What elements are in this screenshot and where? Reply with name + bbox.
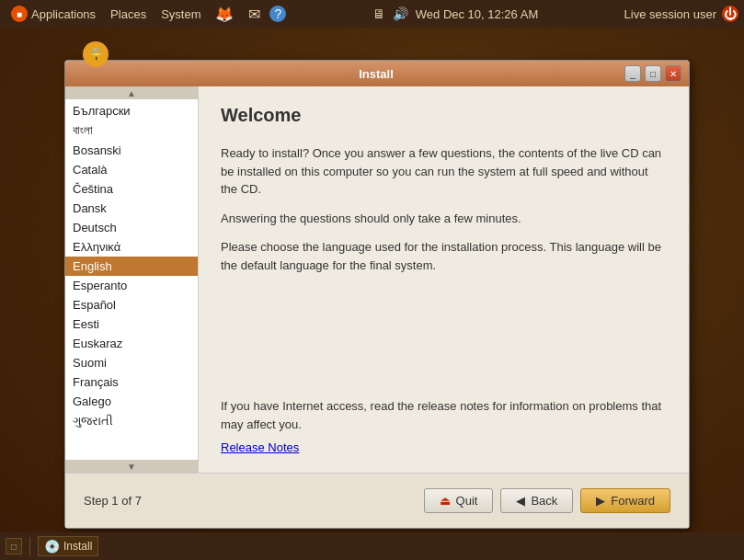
welcome-paragraph-1: Ready to install? Once you answer a few … [221,144,667,199]
language-item[interactable]: Български [65,101,198,120]
language-item[interactable]: ગુજરાતી [65,411,198,431]
step-indicator: Step 1 of 7 [84,494,142,508]
window-title: Install [128,67,624,81]
language-item[interactable]: Galego [65,392,198,411]
language-item[interactable]: Dansk [65,199,198,218]
language-item[interactable]: Bosanski [65,141,198,160]
right-panel: Welcome Ready to install? Once you answe… [199,86,689,473]
language-item[interactable]: Čeština [65,179,198,199]
system-label: System [161,7,200,21]
show-desktop-icon: □ [11,542,17,552]
volume-icon: 🔊 [393,6,408,21]
internet-section: If you have Internet access, read the re… [221,397,667,454]
welcome-paragraph-3: Please choose the language used for the … [221,238,667,274]
close-button[interactable]: ✕ [665,65,681,82]
install-window-label: Install [63,540,92,553]
back-icon: ◀ [516,494,525,508]
back-label: Back [531,494,557,508]
user-label: Live session user [624,7,716,21]
language-item[interactable]: Esperanto [65,276,198,295]
power-icon: ⏻ [722,6,738,22]
taskbar-bottom-icon[interactable]: □ [6,538,22,554]
footer-buttons: ⏏ Quit ◀ Back ▶ Forward [424,488,670,513]
title-buttons: _ □ ✕ [624,65,681,82]
divider [29,537,30,555]
minimize-button[interactable]: _ [624,65,641,82]
quit-icon: ⏏ [440,494,451,508]
forward-button[interactable]: ▶ Forward [580,488,670,513]
desktop: ■ Applications Places System 🦊 ✉ ? 🖥 🔊 W… [0,0,744,560]
language-item[interactable]: English [65,257,198,276]
language-item[interactable]: Ελληνικά [65,237,198,257]
quit-button[interactable]: ⏏ Quit [424,488,494,513]
help-icon[interactable]: ? [269,6,286,22]
language-item[interactable]: Euskaraz [65,334,198,353]
ubuntu-icon: ■ [11,6,28,22]
network-icon: 🖥 [372,6,385,21]
quit-label: Quit [456,494,478,508]
forward-icon: ▶ [596,494,605,508]
taskbar-left: ■ Applications Places System 🦊 ✉ ? [6,4,286,25]
language-item[interactable]: Eesti [65,314,198,334]
places-menu[interactable]: Places [105,6,152,23]
mail-icon[interactable]: ✉ [243,4,266,25]
language-panel: ▲ БългарскиবাংলাBosanskiCatalàČeštinaDan… [65,86,199,473]
language-item[interactable]: Español [65,295,198,314]
language-item[interactable]: Català [65,160,198,179]
install-window-icon: 💿 [44,539,60,554]
language-item[interactable]: বাংলা [65,120,198,141]
welcome-paragraph-2: Answering the questions should only take… [221,210,667,228]
welcome-title: Welcome [221,105,667,126]
title-bar: Install _ □ ✕ [65,61,689,86]
applications-label: Applications [31,7,96,21]
language-item[interactable]: Français [65,372,198,392]
datetime-display: Wed Dec 10, 12:26 AM [416,7,538,21]
window-body: ▲ БългарскиবাংলাBosanskiCatalàČeštinaDan… [65,86,689,528]
taskbar-center: 🖥 🔊 Wed Dec 10, 12:26 AM [372,6,538,21]
system-menu[interactable]: System [155,6,206,23]
taskbar-top: ■ Applications Places System 🦊 ✉ ? 🖥 🔊 W… [0,0,744,28]
forward-label: Forward [611,494,655,508]
scroll-up-button[interactable]: ▲ [65,86,198,99]
maximize-button[interactable]: □ [645,65,661,82]
language-item[interactable]: Deutsch [65,218,198,237]
internet-text: If you have Internet access, read the re… [221,397,667,433]
window-footer: Step 1 of 7 ⏏ Quit ◀ Back ▶ Forward [65,473,689,528]
taskbar-install-item[interactable]: 💿 Install [38,536,98,556]
back-button[interactable]: ◀ Back [500,488,573,513]
language-item[interactable]: Suomi [65,353,198,372]
taskbar-right: Live session user ⏻ [624,6,738,22]
language-list[interactable]: БългарскиবাংলাBosanskiCatalàČeštinaDansk… [65,99,198,460]
browser-icon[interactable]: 🦊 [210,4,239,25]
applications-menu[interactable]: ■ Applications [6,4,101,24]
window-content: ▲ БългарскиবাংলাBosanskiCatalàČeštinaDan… [65,86,689,473]
places-label: Places [110,7,146,21]
lock-icon: 🔒 [83,41,109,67]
taskbar-bottom: □ 💿 Install [0,532,744,560]
install-window: Install _ □ ✕ ▲ БългарскиবাংলাBosanskiCa… [64,60,690,529]
release-notes-link[interactable]: Release Notes [221,440,299,454]
scroll-down-button[interactable]: ▼ [65,460,198,473]
